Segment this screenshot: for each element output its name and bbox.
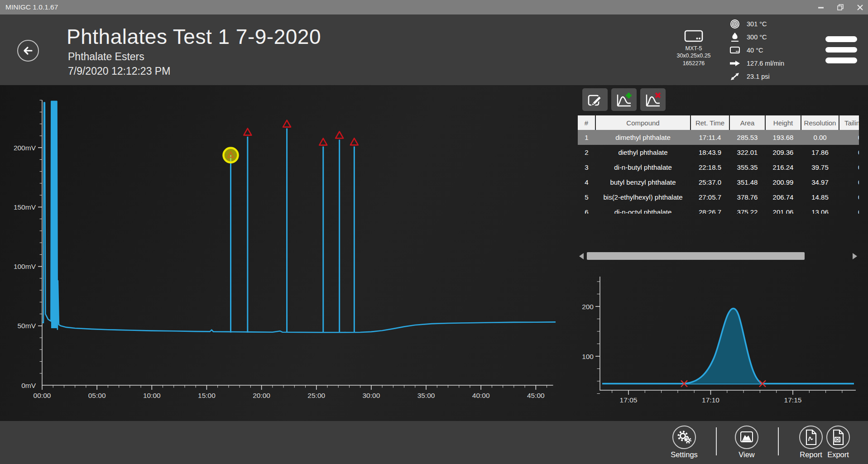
peak-table-row-4[interactable]: 4butyl benzyl phthalate25:37.0351.48200.… [578,175,859,190]
minimize-icon [818,4,824,10]
table-cell[interactable]: 378.76 [729,190,765,205]
table-cell[interactable]: 209.36 [765,145,801,160]
peak-marker[interactable] [350,138,358,145]
table-cell[interactable]: 5 [578,190,595,205]
pressure-value: 23.1 psi [747,73,770,80]
table-cell[interactable]: diethyl phthalate [595,145,691,160]
table-cell[interactable]: bis(2-ethylhexyl) phthalate [595,190,691,205]
table-cell[interactable]: 13.06 [801,205,839,214]
chart-view-icon [739,430,754,445]
peak-table-row-2[interactable]: 2diethyl phthalate18:43.9322.01209.3617.… [578,145,859,160]
status-row-flow: 127.6 ml/min [723,57,784,70]
table-cell[interactable]: 375.22 [729,205,765,214]
table-cell[interactable]: 17.86 [801,145,839,160]
table-cell[interactable]: 201.06 [765,205,801,214]
column-serial: 1652276 [672,60,715,67]
table-cell[interactable]: 216.24 [765,160,801,175]
table-cell[interactable]: 355.35 [729,160,765,175]
app-title: MINIGC 1.0.1.67 [5,0,58,14]
table-cell[interactable]: 34.97 [801,175,839,190]
selected-peak-marker[interactable] [224,148,238,163]
table-cell[interactable]: 28:26.7 [691,205,729,214]
table-cell[interactable]: 0.83 [839,190,859,205]
table-cell[interactable]: 25:37.0 [691,175,729,190]
table-cell[interactable]: 193.68 [765,130,801,145]
restore-button[interactable] [834,0,847,14]
table-cell[interactable]: 0.79 [839,175,859,190]
report-button[interactable] [799,426,823,449]
close-icon [857,5,863,10]
main-chart-axes [42,100,553,385]
table-cell[interactable]: 3 [578,160,595,175]
column-header-area[interactable]: Area [729,115,765,130]
table-cell[interactable]: 285.53 [729,130,765,145]
column-header-resolution[interactable]: Resolution [801,115,839,130]
add-peak-button[interactable] [611,88,637,111]
export-button[interactable] [826,426,850,449]
table-cell[interactable]: di-n-octyl phthalate [595,205,691,214]
table-cell[interactable]: 17:11.4 [691,130,729,145]
column-header-tailing-factor[interactable]: Tailing Factor [839,115,859,130]
table-cell[interactable]: 206.74 [765,190,801,205]
peak-table-row-5[interactable]: 5bis(2-ethylhexyl) phthalate27:05.7378.7… [578,190,859,205]
instrument-status: 301 °C 300 °C 40 °C 127.6 ml/min [723,17,784,83]
peak-marker[interactable] [283,120,291,127]
titlebar: MINIGC 1.0.1.67 [0,0,868,14]
delete-peak-button[interactable] [640,88,666,111]
status-row-pressure: 23.1 psi [723,70,784,83]
minimize-button[interactable] [814,0,828,14]
column-header--[interactable]: # [578,115,595,130]
table-cell[interactable]: 18:43.9 [691,145,729,160]
main-chromatogram-chart[interactable]: 0mV50mV100mV150mV200mV00:0005:0010:0015:… [0,85,575,421]
table-cell[interactable]: 351.48 [729,175,765,190]
zoom-peak-fill [684,308,762,383]
table-cell[interactable]: 0.00 [801,130,839,145]
table-cell[interactable]: 39.75 [801,160,839,175]
settings-button[interactable] [672,426,696,449]
scrollbar-thumb[interactable] [587,252,805,260]
menu-button[interactable] [825,36,857,68]
view-button[interactable] [735,426,758,449]
selected-peak-zoom-chart[interactable]: 10020017:0517:1017:15 [580,268,865,413]
column-header-ret-time[interactable]: Ret. Time [691,115,729,130]
table-cell[interactable]: 322.01 [729,145,765,160]
table-cell[interactable]: 27:05.7 [691,190,729,205]
table-cell[interactable]: 4 [578,175,595,190]
peak-marker[interactable] [319,139,327,145]
axis-tick-label: 50mV [18,322,36,330]
peak-table-row-1[interactable]: 1dimethyl phthalate17:11.4285.53193.680.… [578,130,859,145]
axis-tick-label: 35:00 [417,392,435,399]
edit-peaks-button[interactable] [582,88,608,111]
column-header-height[interactable]: Height [765,115,801,130]
table-cell[interactable]: 2 [578,145,595,160]
footer-divider [778,427,779,455]
table-cell[interactable]: 0.79 [839,145,859,160]
peak-table-row-3[interactable]: 3di-n-butyl phthalate22:18.5355.35216.24… [578,160,859,175]
column-header-compound[interactable]: Compound [595,115,691,130]
axis-tick-label: 17:10 [702,396,719,404]
table-cell[interactable]: 1 [578,130,595,145]
table-cell[interactable]: 0.77 [839,130,859,145]
injector-temp-value: 301 °C [747,20,767,28]
axis-tick-label: 20:00 [253,392,270,399]
table-cell[interactable]: 6 [578,205,595,214]
table-cell[interactable]: 200.99 [765,175,801,190]
table-cell[interactable]: di-n-butyl phthalate [595,160,691,175]
peak-marker[interactable] [244,129,251,135]
axis-tick-label: 17:15 [784,396,802,404]
scrollbar-right-arrow[interactable] [853,253,857,259]
back-button[interactable] [17,40,39,62]
axis-tick-label: 05:00 [88,392,106,399]
table-cell[interactable]: 0.82 [839,205,859,214]
close-button[interactable] [853,0,867,14]
scrollbar-left-arrow[interactable] [579,253,584,259]
table-cell[interactable]: butyl benzyl phthalate [595,175,691,190]
axis-tick-label: 00:00 [34,392,51,399]
table-cell[interactable]: 0.81 [839,160,859,175]
peak-marker[interactable] [336,132,343,139]
table-cell[interactable]: 22:18.5 [691,160,729,175]
peak-table-row-6[interactable]: 6di-n-octyl phthalate28:26.7375.22201.06… [578,205,859,214]
table-cell[interactable]: 14.85 [801,190,839,205]
table-cell[interactable]: dimethyl phthalate [595,130,691,145]
back-arrow-icon [22,44,34,57]
